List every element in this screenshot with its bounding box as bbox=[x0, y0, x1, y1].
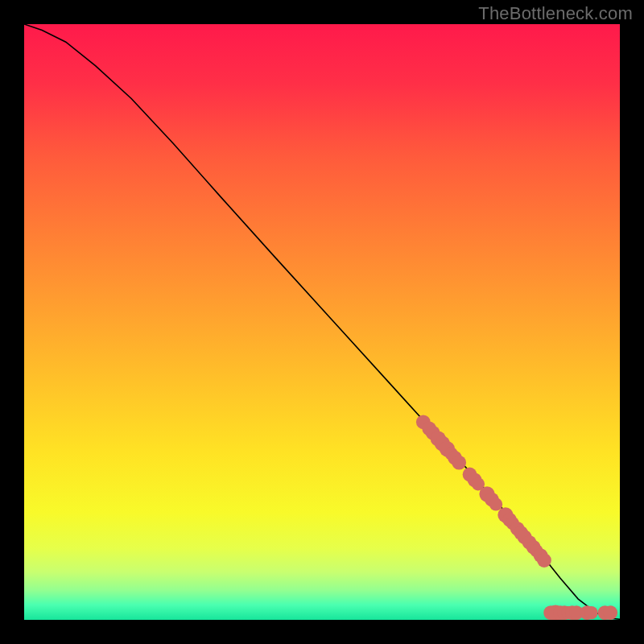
watermark-text: TheBottleneck.com bbox=[478, 3, 633, 24]
data-point bbox=[584, 606, 597, 619]
plot-area bbox=[24, 24, 620, 620]
chart-frame: TheBottleneck.com bbox=[0, 0, 644, 644]
chart-overlay bbox=[24, 24, 620, 620]
bottleneck-curve bbox=[24, 24, 620, 619]
data-point bbox=[489, 497, 502, 510]
data-point bbox=[452, 456, 466, 470]
data-point bbox=[537, 553, 551, 568]
data-points-group bbox=[416, 415, 617, 620]
data-point bbox=[603, 605, 617, 620]
